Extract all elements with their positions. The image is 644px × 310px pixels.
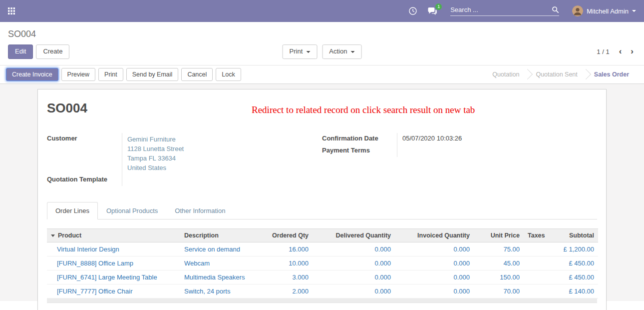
cell-ordered-qty[interactable]: 3.000	[259, 270, 313, 284]
page-title: SO004	[8, 29, 36, 39]
table-row[interactable]: [FURN_6741] Large Meeting Table Multimed…	[47, 270, 598, 284]
cell-invoiced-qty[interactable]: 0.000	[395, 270, 474, 284]
cell-ordered-qty[interactable]: 10.000	[259, 256, 313, 270]
cell-product[interactable]: [FURN_7777] Office Chair	[47, 284, 180, 298]
customer-country: United States	[127, 163, 322, 172]
customer-value: Gemini Furniture 1128 Lunetta Street Tam…	[122, 133, 322, 174]
customer-label: Customer	[47, 133, 122, 174]
cell-unit-price[interactable]: 150.00	[474, 270, 524, 284]
sort-caret-icon	[51, 234, 55, 237]
cell-taxes[interactable]	[524, 270, 555, 284]
activity-clock-icon[interactable]	[408, 6, 417, 16]
header-description[interactable]: Description	[180, 228, 259, 242]
user-menu[interactable]: Mitchell Admin	[572, 6, 636, 16]
cell-description[interactable]: Service on demand	[180, 242, 259, 256]
cell-delivered-qty[interactable]: 0.000	[313, 256, 395, 270]
cell-ordered-qty[interactable]: 16.000	[259, 242, 313, 256]
status-step-quotation-sent[interactable]: Quotation Sent	[528, 71, 585, 78]
cancel-button[interactable]: Cancel	[181, 68, 213, 81]
print-dropdown-button[interactable]: Print	[283, 44, 318, 59]
cell-delivered-qty[interactable]: 0.000	[313, 284, 395, 298]
table-footer-strip	[47, 298, 597, 303]
pager-next-button[interactable]: ›	[628, 46, 636, 56]
cell-product[interactable]: Virtual Interior Design	[47, 242, 180, 256]
tab-order-lines[interactable]: Order Lines	[47, 202, 98, 220]
customer-street: 1128 Lunetta Street	[127, 144, 322, 154]
user-name: Mitchell Admin	[587, 8, 629, 15]
content-area: SO004 Redirect to related record on clic…	[0, 84, 644, 301]
cell-subtotal[interactable]: £ 450.00	[555, 256, 598, 270]
cell-taxes[interactable]	[524, 256, 555, 270]
quotation-template-label: Quotation Template	[47, 174, 122, 186]
cell-subtotal[interactable]: £ 140.00	[555, 284, 598, 298]
header-taxes[interactable]: Taxes	[524, 228, 555, 242]
cell-ordered-qty[interactable]: 2.000	[259, 284, 313, 298]
preview-button[interactable]: Preview	[61, 68, 95, 81]
cell-product[interactable]: [FURN_8888] Office Lamp	[47, 256, 180, 270]
cell-taxes[interactable]	[524, 242, 555, 256]
tab-other-information[interactable]: Other Information	[166, 202, 234, 220]
cell-invoiced-qty[interactable]: 0.000	[395, 242, 474, 256]
message-count-badge: 1	[435, 4, 442, 10]
pager-value: 1 / 1	[597, 48, 609, 56]
cell-unit-price[interactable]: 45.00	[474, 256, 524, 270]
cell-description[interactable]: Multimedia Speakers	[180, 270, 259, 284]
form-statusbar: Create Invoice Preview Print Send by Ema…	[0, 65, 644, 84]
form-sheet: SO004 Redirect to related record on clic…	[37, 89, 607, 310]
header-subtotal[interactable]: Subtotal	[555, 228, 598, 242]
create-button[interactable]: Create	[36, 44, 69, 59]
header-delivered-quantity[interactable]: Delivered Quantity	[313, 228, 395, 242]
table-header-row: Product Description Ordered Qty Delivere…	[47, 228, 598, 242]
send-by-email-button[interactable]: Send by Email	[126, 68, 179, 81]
header-unit-price[interactable]: Unit Price	[474, 228, 524, 242]
action-dropdown-button[interactable]: Action	[322, 44, 361, 59]
lock-button[interactable]: Lock	[216, 68, 241, 81]
field-groups: Customer Gemini Furniture 1128 Lunetta S…	[47, 133, 597, 186]
header-invoiced-quantity[interactable]: Invoiced Quantity	[395, 228, 474, 242]
edit-button[interactable]: Edit	[8, 44, 33, 59]
cell-invoiced-qty[interactable]: 0.000	[395, 284, 474, 298]
customer-name-link[interactable]: Gemini Furniture	[127, 134, 322, 144]
header-product[interactable]: Product	[47, 228, 180, 242]
payment-terms-label: Payment Terms	[322, 145, 397, 157]
quotation-template-value	[122, 174, 322, 186]
top-navbar: 1 Mitchell Admin	[0, 0, 644, 22]
cell-subtotal[interactable]: £ 450.00	[555, 270, 598, 284]
table-row[interactable]: [FURN_7777] Office Chair Switch, 24 port…	[47, 284, 598, 298]
status-step-sales-order[interactable]: Sales Order	[586, 71, 637, 78]
notebook-tabs: Order Lines Optional Products Other Info…	[47, 202, 597, 220]
messages-chat-icon[interactable]: 1	[427, 7, 437, 16]
print-button[interactable]: Print	[98, 68, 123, 81]
cell-unit-price[interactable]: 70.00	[474, 284, 524, 298]
cell-unit-price[interactable]: 75.00	[474, 242, 524, 256]
cell-product[interactable]: [FURN_6741] Large Meeting Table	[47, 270, 180, 284]
cell-invoiced-qty[interactable]: 0.000	[395, 256, 474, 270]
create-invoice-button[interactable]: Create Invoice	[6, 68, 58, 81]
search-icon[interactable]	[552, 6, 559, 14]
payment-terms-value	[397, 145, 597, 157]
pager: 1 / 1 ‹ ›	[597, 46, 636, 56]
header-ordered-qty[interactable]: Ordered Qty	[259, 228, 313, 242]
cell-description[interactable]: Switch, 24 ports	[180, 284, 259, 298]
tab-optional-products[interactable]: Optional Products	[98, 202, 166, 220]
confirmation-date-value: 05/07/2020 10:03:26	[397, 133, 597, 145]
cell-taxes[interactable]	[524, 284, 555, 298]
cell-delivered-qty[interactable]: 0.000	[313, 270, 395, 284]
order-lines-table: Product Description Ordered Qty Delivere…	[47, 228, 598, 298]
status-steps: Quotation Quotation Sent Sales Order	[484, 66, 644, 84]
confirmation-date-label: Confirmation Date	[322, 133, 397, 145]
search-input[interactable]	[450, 6, 552, 14]
cell-description[interactable]: Webcam	[180, 256, 259, 270]
status-step-quotation[interactable]: Quotation	[484, 71, 527, 78]
red-annotation-text: Redirect to related record on click sear…	[252, 104, 475, 116]
global-search	[450, 6, 559, 16]
apps-grid-icon[interactable]	[8, 8, 15, 14]
avatar	[572, 6, 583, 16]
pager-previous-button[interactable]: ‹	[617, 46, 625, 56]
table-row[interactable]: Virtual Interior Design Service on deman…	[47, 242, 598, 256]
table-row[interactable]: [FURN_8888] Office Lamp Webcam 10.000 0.…	[47, 256, 598, 270]
breadcrumb: SO004	[0, 22, 644, 40]
cell-delivered-qty[interactable]: 0.000	[313, 242, 395, 256]
cell-subtotal[interactable]: £ 1,200.00	[555, 242, 598, 256]
control-panel: Edit Create Print Action 1 / 1 ‹ ›	[0, 40, 644, 65]
